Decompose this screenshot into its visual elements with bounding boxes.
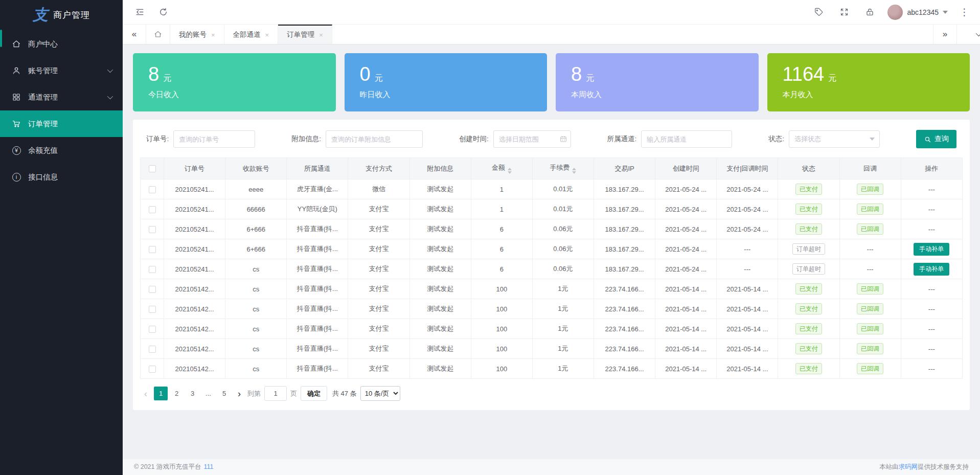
cell-channel: 抖音直播(抖...	[287, 239, 348, 259]
action-cell: ---	[928, 285, 935, 293]
cell-created: 2021-05-24 ...	[655, 179, 717, 199]
search-button[interactable]: 查询	[916, 130, 956, 148]
row-checkbox[interactable]	[149, 246, 156, 253]
cell-amount: 100	[471, 339, 532, 359]
user-menu[interactable]: abc12345	[887, 5, 948, 20]
sidebar-item[interactable]: 商户中心	[0, 31, 123, 57]
tag-button[interactable]	[811, 5, 826, 20]
table-row: 202105241... cs 抖音直播(抖... 支付宝 测试发起 6 0.0…	[141, 259, 963, 279]
row-checkbox[interactable]	[149, 326, 156, 333]
column-label: 所属通道	[304, 165, 331, 172]
lock-button[interactable]	[862, 5, 877, 20]
stat-value: 0	[360, 63, 371, 86]
row-checkbox[interactable]	[149, 206, 156, 213]
row-checkbox[interactable]	[149, 306, 156, 313]
table-row: 202105241... 66666 YY陪玩(金贝) 支付宝 测试发起 1 0…	[141, 199, 963, 219]
scroll-tabs-right-button[interactable]: »	[933, 25, 956, 44]
cell-fee: 1元	[532, 299, 594, 319]
row-checkbox[interactable]	[149, 186, 156, 193]
close-icon[interactable]: ×	[211, 31, 215, 39]
column-label: 状态	[802, 165, 815, 172]
sidebar-item-label: 账号管理	[28, 66, 58, 76]
status-select[interactable]: 选择状态	[789, 130, 880, 148]
next-page-button[interactable]: ›	[235, 389, 244, 398]
support-link[interactable]: 求码网	[899, 463, 918, 470]
sidebar-item[interactable]: ¥ 余额充值	[0, 137, 123, 164]
table-row: 202105142... cs 抖音直播(抖... 支付宝 测试发起 100 1…	[141, 359, 963, 379]
row-checkbox[interactable]	[149, 346, 156, 353]
page-button[interactable]: 3	[186, 387, 199, 400]
scroll-tabs-left-button[interactable]: «	[123, 25, 146, 44]
fullscreen-button[interactable]	[836, 5, 852, 20]
close-icon[interactable]: ×	[265, 31, 269, 39]
stat-card: 8 元 今日收入	[133, 53, 336, 111]
page-size-select[interactable]: 10 条/页	[360, 386, 400, 401]
tab[interactable]: 订单管理 ×	[278, 25, 332, 44]
sort-icon[interactable]	[508, 168, 512, 174]
goto-label: 到第	[247, 389, 261, 398]
support-info: 本站由求码网提供技术服务支持	[879, 463, 969, 471]
sidebar-scrollbar-thumb[interactable]	[0, 30, 2, 47]
callback-badge: 已回调	[857, 363, 883, 374]
cell-extra: 测试发起	[409, 199, 471, 219]
sidebar: 支 商户管理 商户中心 账号管理 通道管理	[0, 0, 123, 475]
tab-options-button[interactable]	[956, 25, 980, 44]
page-button[interactable]: ...	[201, 387, 215, 400]
status-badge: 订单超时	[792, 263, 825, 275]
channel-input[interactable]	[641, 130, 732, 148]
prev-page-button[interactable]: ‹	[141, 389, 150, 398]
select-all-checkbox[interactable]	[149, 165, 156, 172]
sort-icon[interactable]	[572, 168, 576, 174]
sidebar-item[interactable]: i 接口信息	[0, 164, 123, 190]
stat-label: 昨日收入	[360, 90, 548, 100]
extra-info-input[interactable]	[326, 130, 423, 148]
row-checkbox[interactable]	[149, 266, 156, 273]
goto-page-input[interactable]	[264, 386, 287, 401]
tag-icon	[814, 7, 824, 17]
page-button[interactable]: 2	[170, 387, 184, 400]
cell-account: cs	[225, 259, 287, 279]
page-button[interactable]: 5	[217, 387, 231, 400]
page-button[interactable]: 1	[154, 387, 168, 400]
sidebar-item[interactable]: 通道管理	[0, 84, 123, 110]
cell-order-no: 202105241...	[164, 259, 225, 279]
cell-extra: 测试发起	[409, 239, 471, 259]
column-header: 收款账号	[225, 158, 287, 179]
action-cell[interactable]: 手动补单	[914, 263, 949, 276]
callback-badge: 已回调	[857, 184, 883, 195]
tab-label: 订单管理	[287, 30, 314, 39]
cell-created: 2021-05-24 ...	[655, 239, 717, 259]
action-cell[interactable]: 手动补单	[914, 243, 949, 256]
cell-ip: 183.167.29...	[594, 219, 655, 239]
callback-badge: 已回调	[857, 203, 883, 215]
column-header: 回调	[839, 158, 901, 179]
table-row: 202105241... 6+666 抖音直播(抖... 支付宝 测试发起 6 …	[141, 239, 963, 259]
sidebar-item-label: 订单管理	[28, 119, 58, 129]
sidebar-item[interactable]: 订单管理	[0, 110, 123, 137]
tab[interactable]: 我的账号 ×	[170, 25, 224, 44]
avatar[interactable]	[887, 5, 903, 20]
cell-created: 2021-05-14 ...	[655, 279, 717, 299]
more-menu-button[interactable]: ⋮	[958, 7, 971, 17]
row-checkbox[interactable]	[149, 286, 156, 293]
home-tab[interactable]	[146, 25, 170, 44]
cell-fee: 0.06元	[532, 239, 594, 259]
cell-ip: 183.167.29...	[594, 259, 655, 279]
sidebar-item-label: 商户中心	[28, 39, 58, 49]
confirm-button[interactable]: 确定	[301, 386, 327, 401]
close-icon[interactable]: ×	[319, 31, 323, 39]
cell-order-no: 202105142...	[164, 359, 225, 379]
collapse-sidebar-button[interactable]	[132, 5, 147, 20]
order-no-input[interactable]	[173, 130, 255, 148]
cell-order-no: 202105241...	[164, 179, 225, 199]
copyright-link[interactable]: 111	[203, 463, 213, 470]
action-cell: ---	[928, 206, 935, 213]
tab[interactable]: 全部通道 ×	[224, 25, 279, 44]
row-checkbox[interactable]	[149, 226, 156, 233]
refresh-button[interactable]	[155, 5, 171, 20]
sidebar-item[interactable]: 账号管理	[0, 57, 123, 84]
stat-unit: 元	[828, 73, 836, 84]
row-checkbox[interactable]	[149, 366, 156, 373]
app-logo: 支 商户管理	[0, 0, 123, 30]
pagination: ‹ 1 2 3 ... 5 ›	[141, 386, 962, 401]
